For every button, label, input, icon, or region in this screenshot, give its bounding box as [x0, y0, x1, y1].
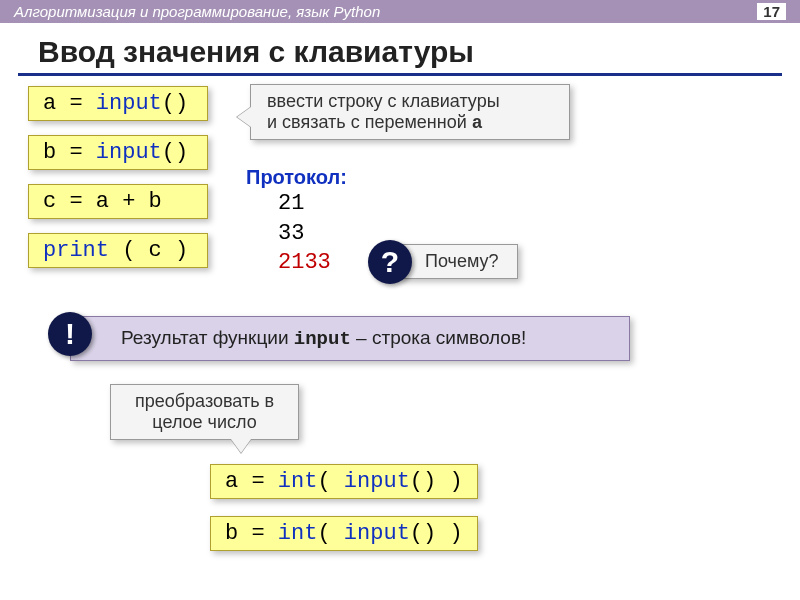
code-int-b: b = int( input() ): [210, 516, 478, 551]
result-bar: Результат функции input – строка символо…: [70, 316, 630, 361]
page-title: Ввод значения с клавиатуры: [18, 23, 782, 76]
protocol-label: Протокол:: [246, 166, 347, 189]
callout-tail-icon: [237, 107, 251, 127]
code-line-4: print ( c ): [28, 233, 208, 268]
code-line-1: a = input(): [28, 86, 208, 121]
protocol-in2: 33: [278, 219, 347, 249]
page-number: 17: [757, 3, 786, 20]
slide-content: a = input() b = input() c = a + b print …: [0, 86, 800, 600]
callout-text-line1: ввести строку с клавиатуры: [267, 91, 553, 112]
callout-convert: преобразовать в целое число: [110, 384, 299, 440]
callout-input-explain: ввести строку с клавиатуры и связать с п…: [250, 84, 570, 140]
protocol-block: Протокол: 21 33 2133: [246, 166, 347, 278]
header-bar: Алгоритмизация и программирование, язык …: [0, 0, 800, 23]
exclaim-mark-icon: !: [48, 312, 92, 356]
callout-why: Почему?: [400, 244, 518, 279]
protocol-in1: 21: [278, 189, 347, 219]
callout-why-text: Почему?: [425, 251, 499, 271]
protocol-out: 2133: [278, 248, 347, 278]
question-mark-icon: ?: [368, 240, 412, 284]
code-stack: a = input() b = input() c = a + b print …: [28, 86, 208, 282]
code-int-a: a = int( input() ): [210, 464, 478, 499]
callout-convert-line2: целое число: [135, 412, 274, 433]
result-row: ! Результат функции input – строка симво…: [70, 316, 630, 361]
protocol-lines: 21 33 2133: [278, 189, 347, 278]
callout-tail-down-icon: [231, 439, 251, 453]
code-line-3: c = a + b: [28, 184, 208, 219]
breadcrumb: Алгоритмизация и программирование, язык …: [14, 3, 380, 20]
callout-text-line2: и связать с переменной a: [267, 112, 553, 133]
code-line-2: b = input(): [28, 135, 208, 170]
callout-convert-line1: преобразовать в: [135, 391, 274, 412]
